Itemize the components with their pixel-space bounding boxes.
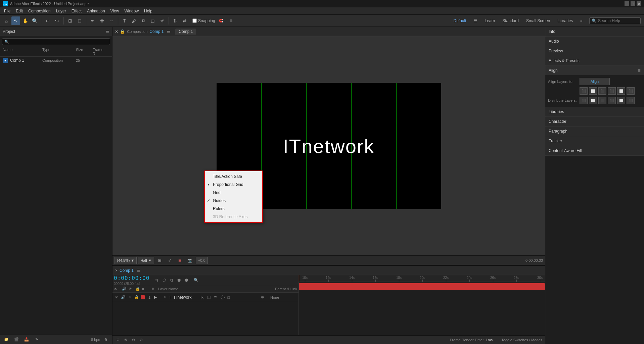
snapping-options-btn[interactable]: 🧲	[217, 16, 225, 25]
restore-button[interactable]: □	[631, 1, 635, 6]
comp-expand-btn[interactable]: ⊞	[155, 256, 164, 265]
tool-eraser[interactable]: ◻	[148, 16, 157, 25]
layer1-solo-btn[interactable]: ☀	[162, 295, 168, 299]
timeline-menu-btn[interactable]: ☰	[137, 268, 141, 273]
dist-bottom-btn[interactable]: ⬛	[627, 97, 635, 104]
menu-effect[interactable]: Effect	[69, 7, 84, 15]
tool-add-vertex[interactable]: ✚	[98, 16, 106, 25]
ctx-3d-axes[interactable]: 3D Reference Axes	[205, 213, 262, 221]
info-header[interactable]: Info	[545, 27, 644, 36]
character-header[interactable]: Character	[545, 117, 644, 126]
project-item-comp1[interactable]: ■ Comp 1 Composition 25	[0, 57, 112, 64]
tool-clone[interactable]: ⧉	[139, 16, 148, 25]
menu-view[interactable]: View	[108, 7, 122, 15]
project-edit[interactable]: ✎	[32, 335, 41, 344]
ctx-proportional-grid[interactable]: Proportional Grid	[205, 181, 262, 189]
tool-zoom[interactable]: 🔍	[30, 16, 39, 25]
menu-edit[interactable]: Edit	[13, 7, 26, 15]
tool-select[interactable]: ↖	[11, 16, 20, 25]
paragraph-header[interactable]: Paragraph	[545, 127, 644, 136]
comp-tab-1[interactable]: Comp 1	[175, 29, 196, 35]
align-center-h-btn[interactable]: ⬜	[589, 87, 597, 95]
workspace-standard[interactable]: Standard	[499, 17, 522, 24]
workspace-more-btn[interactable]: »	[577, 17, 586, 24]
tool-shape-grid[interactable]: ⊞	[66, 16, 75, 25]
layer1-motion-blur[interactable]: ≋	[214, 295, 219, 299]
layer1-vis[interactable]: 👁	[114, 295, 119, 300]
dist-center-v-btn[interactable]: ⬜	[617, 97, 625, 104]
align-left-btn[interactable]: ⬛	[580, 87, 588, 95]
zoom-control[interactable]: (44,5%) ▼	[114, 257, 137, 264]
tl-copy-btn[interactable]: ⧉	[168, 277, 175, 284]
preview-header[interactable]: Preview	[545, 46, 644, 56]
align-bottom-btn[interactable]: ⬛	[627, 87, 635, 95]
comp-close-btn[interactable]: ×	[115, 29, 118, 34]
tl-expand-btn[interactable]: ⬢	[183, 277, 190, 284]
tool-puppet[interactable]: ✳	[158, 16, 167, 25]
tracker-header[interactable]: Tracker	[545, 136, 644, 146]
tool-home[interactable]: ⌂	[2, 16, 11, 25]
dist-right-btn[interactable]: ⬛	[598, 97, 606, 104]
tool-undo[interactable]: ↩	[43, 16, 52, 25]
ctx-rulers[interactable]: Rulers	[205, 205, 262, 213]
align-center-v-btn[interactable]: ⬜	[617, 87, 625, 95]
tl-bottom-icon1[interactable]: ⊕	[115, 338, 121, 342]
dist-center-h-btn[interactable]: ⬜	[589, 97, 597, 104]
tl-bottom-icon3[interactable]: ⊘	[131, 338, 136, 342]
project-delete[interactable]: 🗑	[101, 335, 110, 344]
menu-animation[interactable]: Animation	[84, 7, 107, 15]
effects-presets-header[interactable]: Effects & Presets	[545, 56, 644, 65]
project-panel-menu[interactable]: ☰	[106, 29, 109, 34]
comp-grid-btn[interactable]: ⊟	[176, 256, 184, 265]
tool-redo[interactable]: ↪	[53, 16, 61, 25]
tl-link-btn[interactable]: ⬟	[176, 277, 182, 284]
audio-header[interactable]: Audio	[545, 37, 644, 46]
layer1-audio[interactable]: 🔊	[121, 295, 126, 300]
track-bar-1[interactable]	[299, 283, 545, 290]
quality-control[interactable]: Half ▼	[138, 257, 154, 264]
project-new-comp[interactable]: 🎬	[12, 335, 21, 344]
tool-extra1[interactable]: ⇅	[171, 16, 180, 25]
tool-remove-vertex[interactable]: ╌	[107, 16, 116, 25]
tool-text[interactable]: T	[120, 16, 129, 25]
snapping-extra-btn[interactable]: ⊞	[227, 16, 235, 25]
timeline-close-btn[interactable]: ×	[115, 268, 118, 273]
workspace-default[interactable]: Default	[450, 17, 469, 24]
libraries-header[interactable]: Libraries	[545, 107, 644, 116]
ctx-title-action-safe[interactable]: Title/Action Safe	[205, 173, 262, 181]
layer1-adj[interactable]: ◯	[221, 295, 226, 299]
project-new-folder[interactable]: 📁	[2, 335, 11, 344]
tl-bottom-icon4[interactable]: ⊙	[138, 338, 144, 342]
workspace-learn[interactable]: Learn	[481, 17, 499, 24]
search-input[interactable]	[598, 18, 638, 23]
menu-window[interactable]: Window	[122, 7, 141, 15]
layer1-lock[interactable]: 🔒	[134, 295, 139, 300]
content-aware-header[interactable]: Content-Aware Fill	[545, 146, 644, 155]
menu-file[interactable]: File	[1, 7, 13, 15]
playhead[interactable]	[299, 275, 299, 282]
align-header[interactable]: Align ☰	[545, 66, 644, 75]
snapping-checkbox[interactable]	[192, 18, 197, 23]
project-import[interactable]: 📥	[22, 335, 31, 344]
tool-rect[interactable]: □	[75, 16, 84, 25]
tool-extra2[interactable]: ⇄	[180, 16, 189, 25]
tool-hand[interactable]: ✋	[21, 16, 30, 25]
align-right-btn[interactable]: ⬛	[598, 87, 606, 95]
comp-fit-btn[interactable]: ⤢	[166, 256, 174, 265]
layer1-3d[interactable]: □	[227, 295, 233, 299]
ctx-grid[interactable]: Grid	[205, 189, 262, 197]
layer1-frame-blend[interactable]: ◫	[207, 295, 213, 299]
menu-help[interactable]: Help	[141, 7, 155, 15]
align-menu-icon[interactable]: ☰	[638, 69, 641, 72]
layer1-effects[interactable]: fx	[200, 295, 206, 299]
ctx-guides[interactable]: Guides	[205, 197, 262, 205]
comp-panel-menu[interactable]: ☰	[167, 29, 171, 34]
menu-layer[interactable]: Layer	[53, 7, 69, 15]
close-button[interactable]: ✕	[637, 1, 641, 6]
menu-composition[interactable]: Composition	[26, 7, 53, 15]
tl-stagger-btn[interactable]: ⇉	[153, 277, 160, 284]
workspace-small-screen[interactable]: Small Screen	[523, 17, 553, 24]
workspace-menu-btn[interactable]: ☰	[470, 17, 481, 24]
dist-left-btn[interactable]: ⬛	[580, 97, 588, 104]
tool-pen[interactable]: ✒	[88, 16, 97, 25]
